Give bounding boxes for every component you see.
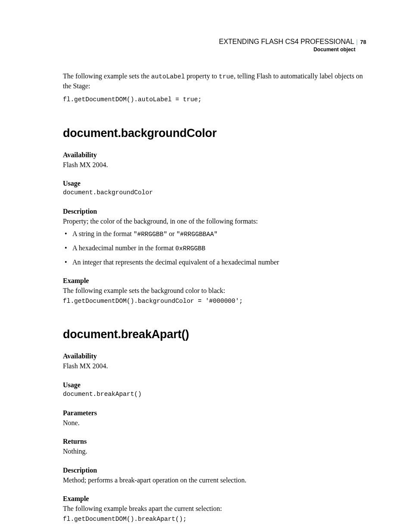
example-heading: Example — [63, 495, 366, 503]
example-code: fl.getDocumentDOM().breakApart(); — [63, 515, 366, 524]
usage-heading: Usage — [63, 381, 366, 389]
list-item: An integer that represents the decimal e… — [63, 258, 366, 267]
returns-heading: Returns — [63, 438, 366, 445]
usage-code: document.breakApart() — [63, 390, 366, 399]
description-text: Method; performs a break-apart operation… — [63, 476, 366, 485]
code-true: true — [219, 73, 234, 80]
availability-heading: Availability — [63, 151, 366, 159]
section-title-breakapart: document.breakApart() — [63, 328, 366, 341]
usage-code: document.backgroundColor — [63, 189, 366, 197]
code-rrggbbaa: "#RRGGBBAA" — [176, 231, 218, 238]
availability-text: Flash MX 2004. — [63, 361, 366, 371]
page-content: EXTENDING FLASH CS4 PROFESSIONAL78 Docum… — [0, 0, 411, 532]
code-rrggbb: "#RRGGBB" — [134, 231, 167, 238]
example-text: The following example breaks apart the c… — [63, 504, 366, 513]
example-heading: Example — [63, 277, 366, 285]
description-text: Property; the color of the background, i… — [63, 217, 366, 226]
section-title-backgroundcolor: document.backgroundColor — [63, 127, 366, 140]
availability-text: Flash MX 2004. — [63, 160, 366, 170]
book-title: EXTENDING FLASH CS4 PROFESSIONAL — [219, 38, 354, 45]
example-code: fl.getDocumentDOM().backgroundColor = '#… — [63, 297, 366, 306]
usage-heading: Usage — [63, 180, 366, 187]
intro-code-block: fl.getDocumentDOM().autoLabel = true; — [63, 96, 366, 104]
description-heading: Description — [63, 467, 366, 474]
availability-heading: Availability — [63, 352, 366, 360]
list-item: A hexadecimal number in the format 0xRRG… — [63, 243, 366, 253]
example-text: The following example sets the backgroun… — [63, 286, 366, 296]
description-heading: Description — [63, 208, 366, 215]
page-number: 78 — [357, 39, 366, 45]
parameters-text: None. — [63, 418, 366, 428]
code-hex: 0xRRGGBB — [175, 245, 206, 252]
parameters-heading: Parameters — [63, 409, 366, 417]
page-header: EXTENDING FLASH CS4 PROFESSIONAL78 Docum… — [63, 38, 366, 53]
code-autolabel: autoLabel — [151, 73, 185, 80]
intro-paragraph: The following example sets the autoLabel… — [63, 72, 366, 90]
list-item: A string in the format "#RRGGBB" or "#RR… — [63, 229, 366, 239]
chapter-name: Document object — [63, 47, 366, 53]
returns-text: Nothing. — [63, 447, 366, 456]
header-top-row: EXTENDING FLASH CS4 PROFESSIONAL78 — [63, 38, 366, 46]
format-list: A string in the format "#RRGGBB" or "#RR… — [63, 229, 366, 267]
